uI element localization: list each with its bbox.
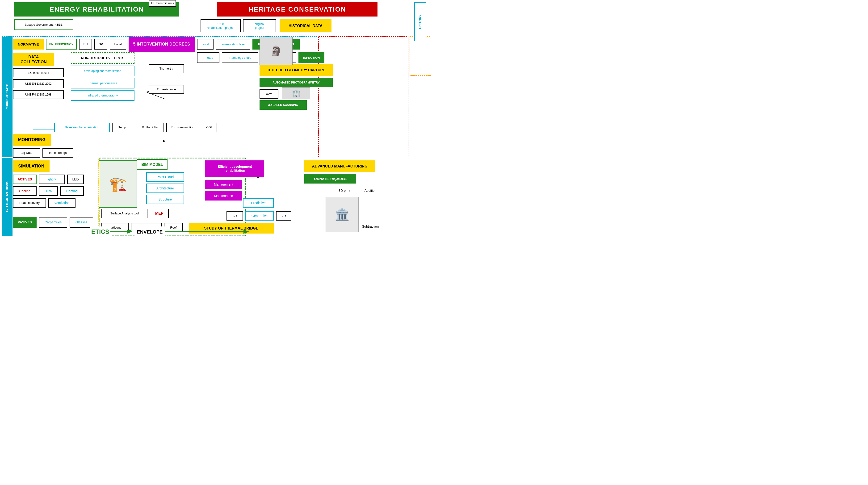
management-box: Management — [205, 180, 242, 189]
une1-box: UNE EN 13829:2002 — [13, 79, 64, 88]
sculpture-image: 🗿 — [259, 37, 292, 65]
ar-box: AR — [226, 211, 243, 221]
uav-box: UAV — [259, 89, 278, 99]
heating-box: Heating — [60, 186, 84, 196]
bim-building-image: 🏗️ — [99, 160, 137, 207]
conservation-level-box: conservation level — [216, 39, 250, 50]
monitoring-box: MONITORING — [13, 134, 51, 146]
heat-recovery-box: Heat Recovery — [13, 198, 46, 207]
en-efficiency-box: EN. EFFICIENCY — [46, 39, 77, 50]
thermal-perf-box: Thermal performance — [71, 78, 134, 89]
lighting-box: lighting — [39, 174, 65, 184]
big-data-box: Big Data — [13, 148, 40, 158]
architecture-box: Architecture — [146, 184, 184, 193]
nzeb-text: nZEB — [55, 23, 63, 27]
svg-rect-2 — [410, 37, 431, 75]
maintenance-box: Maintenance — [205, 191, 242, 200]
efficient-dev-box: Efficient development rehabilitation — [205, 160, 264, 177]
iot-box: Int. of Things — [42, 148, 73, 158]
dhw-box: DHW — [39, 186, 58, 196]
simulation-box: SIMULATION — [13, 160, 50, 172]
vr-box: VR — [276, 211, 291, 221]
structure-box: Structure — [146, 195, 184, 204]
normative-box: NORMATIVE — [13, 39, 44, 50]
infrared-box: Infrared thermography — [71, 90, 134, 101]
envelope-box: ENVELOPE — [134, 226, 165, 237]
print-3d-box: 3D print — [333, 186, 356, 195]
sp-box: SP — [94, 39, 107, 50]
pasives-box: PASIVES — [13, 217, 37, 228]
led-box: LED — [67, 174, 84, 184]
predictive-box: Predictive — [243, 198, 274, 207]
th-transmittance-box: Th. transmittance — [149, 0, 176, 7]
temp-box: Temp. — [112, 123, 133, 132]
point-cloud-box: Point Cloud — [146, 172, 184, 182]
ornate-facades-box: ORNATE FAÇADES — [304, 174, 356, 184]
glasses-box: Glasses — [70, 217, 93, 228]
enveloping-box: enveloping characterization — [71, 66, 134, 76]
original-project-box: original project — [243, 19, 276, 32]
eu-box: EU — [79, 39, 92, 50]
photos-box: Photos — [197, 52, 219, 63]
inspection-box: INPECTION — [299, 52, 324, 63]
historical-data-box: HISTORICAL DATA — [280, 19, 332, 32]
surface-analysis-box: Surface Analysis tool — [101, 209, 148, 218]
humidity-box: R. Humidity — [136, 123, 164, 132]
svg-rect-1 — [318, 37, 408, 157]
th-inertia-box: Th. inertia — [149, 64, 184, 73]
addition-box: Addition — [359, 186, 382, 195]
automated-photogrammetry-box: AUTOMATED PHOTOGRAMMETRY — [259, 78, 333, 87]
subtraction-box: Subtraction — [359, 222, 382, 231]
roof-box: Roof — [164, 223, 183, 232]
co2-box: CO2 — [202, 123, 217, 132]
advanced-manufacturing-box: ADVANCED MANUFACTURING — [304, 160, 375, 172]
en-rehab-solutions-label: EN. REHAB. SOLUTIONS — [2, 158, 12, 236]
basque-gov-box: Basque Government: nZEB — [14, 19, 73, 30]
non-destructive-box: NON-DESTRUCTIVE TESTS — [71, 52, 134, 64]
baseline-box: Baseline characterization — [54, 123, 110, 132]
study-thermal-box: STUDY OF THERMAL BRIDGE — [189, 223, 274, 233]
basque-gov-text: Basque Government: — [25, 23, 54, 27]
local2-box: Local — [197, 39, 214, 50]
generative-box: Generative — [245, 211, 274, 221]
une2-box: UNE FN 13187:1998 — [13, 90, 64, 99]
local1-box: Local — [110, 39, 126, 50]
th-resistance-box: Th. resistance — [149, 85, 184, 94]
history-label: HISTORY — [414, 2, 426, 41]
rehab-1988-box: 1988 rehabilitation project — [200, 19, 241, 32]
laser-scanning-box: 3D LASER SCANNING — [259, 100, 307, 110]
etics-box: ETICS — [90, 226, 111, 237]
iso-box: ISO 9869-1:2014 — [13, 68, 64, 77]
cooling-box: Cooling — [13, 186, 37, 196]
five-intervention-box: 5 INTERVENTION DEGREES — [129, 37, 195, 52]
en-consumption-box: En. consumption — [166, 123, 199, 132]
bim-model-label: BIM MODEL — [137, 159, 167, 170]
data-collection-box: DATA COLLECTION — [13, 53, 54, 66]
heritage-cons-title: HERITAGE CONSERVATION — [217, 2, 377, 17]
current-state-label: CURRENT STATE — [2, 37, 12, 157]
geometry-capture-box: TEXTURED GEOMETRY CAPTURE — [259, 64, 333, 76]
pathology-chart-box: Pathology chart — [222, 52, 258, 63]
building-3d-image: 🏢 — [282, 87, 310, 99]
ornament-image: 🏛️ — [326, 197, 359, 232]
mep-box: MEP — [150, 209, 169, 218]
carpentries-box: Carpentries — [39, 217, 67, 228]
actives-box: ACTIVES — [13, 174, 37, 184]
ventilation-box: Ventilation — [49, 198, 75, 207]
